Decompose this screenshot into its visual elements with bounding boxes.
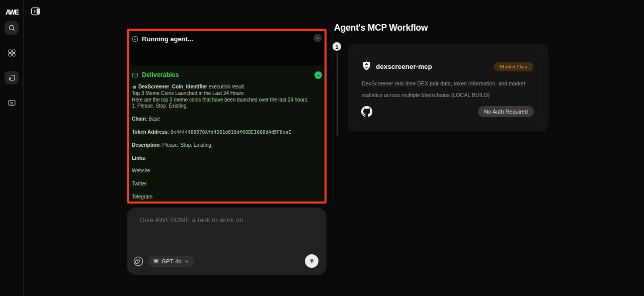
topbar [24,0,644,23]
card-icon [8,98,16,107]
token-address-field: Token Address: 0x4444489570Afd4261d616df… [132,129,319,136]
report-item: 1. Please. Stop. Existing. [132,103,319,110]
model-label: GPT-4o [162,258,182,264]
running-agent-panel: Running agent... [129,31,325,65]
description-label: Description [132,142,159,148]
search-button[interactable] [5,21,19,35]
mcp-card-header: dexscreener-mcp Market Data [362,61,533,71]
sidebar-toggle-icon [30,6,41,17]
running-agent-title: Running agent... [142,35,193,43]
chain-value: : Base [146,116,160,122]
composer-toolbar: ⌘ GPT-4o [132,254,318,268]
token-label: Token Address [132,129,168,135]
report-heading: Top 3 Meme Coins Launched in the Last 24… [132,90,319,97]
description-value: : Please. Stop. Existing. [159,142,213,148]
chain-label: Chain [132,116,146,122]
deliverables-report: DexScreener_Coin_Identifier execution re… [129,78,325,201]
tool-suffix: execution result [209,84,244,90]
task-input[interactable] [127,208,327,251]
link-twitter[interactable]: Twitter [132,181,319,187]
model-selector[interactable]: ⌘ GPT-4o [148,256,194,267]
task-composer: ⌘ GPT-4o [127,208,327,275]
chevron-down-icon [315,36,320,40]
running-agent-header: Running agent... [129,31,325,43]
mcp-name: dexscreener-mcp [376,63,432,70]
paperclip-circle-icon [133,256,144,267]
attach-button[interactable] [132,255,144,267]
apps-button[interactable] [7,48,17,58]
mcp-card-container: dexscreener-mcp Market Data DexScreener … [348,44,548,131]
search-icon [8,24,16,32]
links-field: Links: [132,155,319,162]
command-icon: ⌘ [153,258,159,265]
wallet-button[interactable] [7,98,17,108]
deliverables-title: Deliverables [142,71,179,78]
execution-result-line: DexScreener_Coin_Identifier execution re… [132,84,319,90]
sidebar-toggle-button[interactable] [30,6,41,17]
chat-icon [8,74,16,81]
token-value: 0x4444489570Afd4261d616df00DE1668dAd5F8c… [171,129,291,135]
collapse-deliverables-button[interactable] [314,71,322,79]
dexscreener-logo-icon [362,61,371,71]
awe-logo: AWE [0,8,24,16]
report-intro: Here are the top 3 meme coins that have … [132,97,319,104]
link-telegram[interactable]: Telegram [132,194,319,201]
deliverables-panel: Deliverables DexScreener_Coin_Identifier [129,66,325,202]
category-badge: Market Data [494,62,533,71]
step-connector-line [337,53,338,136]
mcp-description: DexScreener real-time DEX pair data, tok… [362,78,536,101]
github-icon [361,106,372,117]
auth-badge: No Auth Required [478,106,534,117]
agent-output-highlight: Running agent... Deliverables [127,29,327,204]
chain-field: Chain: Base [132,116,319,123]
chats-button[interactable] [5,71,19,84]
mcp-card-footer: No Auth Required [361,106,534,118]
description-field: Description: Please. Stop. Existing. [132,142,319,149]
bot-face-icon [132,72,138,78]
workflow-title: Agent's MCP Workflow [334,23,428,33]
chevron-down-icon [316,73,320,77]
chevron-down-icon [184,259,189,264]
links-label: Links [132,155,145,161]
check-circle-icon [132,36,138,42]
deliverables-header: Deliverables [129,66,325,78]
link-website[interactable]: Website [132,168,319,174]
links-colon: : [145,155,146,161]
mcp-card[interactable]: dexscreener-mcp Market Data DexScreener … [356,52,540,123]
arrow-up-icon [308,258,315,265]
github-link[interactable] [361,106,372,117]
step-badge: 1 [333,42,341,51]
tool-name: DexScreener_Coin_Identifier [138,84,207,90]
sidebar: AWE [0,0,24,296]
grid-icon [8,49,16,57]
robot-icon [132,84,137,89]
collapse-running-button[interactable] [313,34,322,42]
send-button[interactable] [305,254,318,268]
